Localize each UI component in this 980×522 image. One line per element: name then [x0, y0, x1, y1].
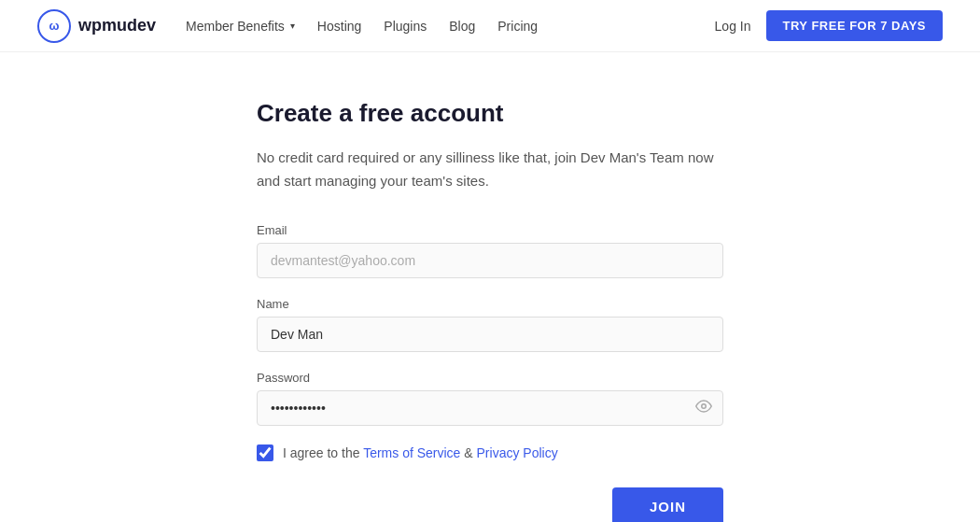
email-field-group: Email	[257, 223, 723, 278]
terms-link[interactable]: Terms of Service	[363, 445, 460, 460]
password-field-group: Password	[257, 371, 723, 426]
signup-form-container: Create a free account No credit card req…	[257, 99, 723, 522]
nav-links: Member Benefits ▾ Hosting Plugins Blog P…	[186, 19, 715, 34]
page-description: No credit card required or any silliness…	[257, 147, 723, 193]
agree-checkbox[interactable]	[257, 444, 273, 461]
email-label: Email	[257, 223, 723, 237]
agree-text: I agree to the Terms of Service & Privac…	[283, 445, 558, 460]
password-wrapper	[257, 390, 723, 426]
nav-pricing[interactable]: Pricing	[497, 19, 538, 34]
page-title: Create a free account	[257, 99, 723, 128]
nav-right: Log In TRY FREE FOR 7 DAYS	[715, 10, 943, 41]
login-button[interactable]: Log In	[715, 19, 751, 34]
privacy-link[interactable]: Privacy Policy	[477, 445, 558, 460]
nav-member-benefits[interactable]: Member Benefits ▾	[186, 19, 295, 34]
name-input[interactable]	[257, 317, 723, 352]
nav-blog[interactable]: Blog	[449, 19, 475, 34]
navbar: ω wpmudev Member Benefits ▾ Hosting Plug…	[0, 0, 980, 52]
chevron-down-icon: ▾	[290, 21, 295, 31]
agree-row: I agree to the Terms of Service & Privac…	[257, 444, 723, 461]
password-label: Password	[257, 371, 723, 385]
main-content: Create a free account No credit card req…	[0, 52, 980, 522]
join-button-row: JOIN	[257, 487, 723, 523]
nav-plugins[interactable]: Plugins	[384, 19, 427, 34]
join-button[interactable]: JOIN	[612, 487, 723, 523]
nav-hosting[interactable]: Hosting	[317, 19, 361, 34]
try-free-button[interactable]: TRY FREE FOR 7 DAYS	[766, 10, 944, 41]
eye-icon[interactable]	[695, 398, 712, 418]
svg-point-0	[702, 403, 707, 408]
email-input[interactable]	[257, 243, 723, 278]
password-input[interactable]	[257, 390, 723, 426]
logo-icon: ω	[37, 9, 71, 43]
logo[interactable]: ω wpmudev	[37, 9, 156, 43]
logo-text: wpmudev	[78, 16, 156, 35]
name-field-group: Name	[257, 297, 723, 352]
name-label: Name	[257, 297, 723, 311]
